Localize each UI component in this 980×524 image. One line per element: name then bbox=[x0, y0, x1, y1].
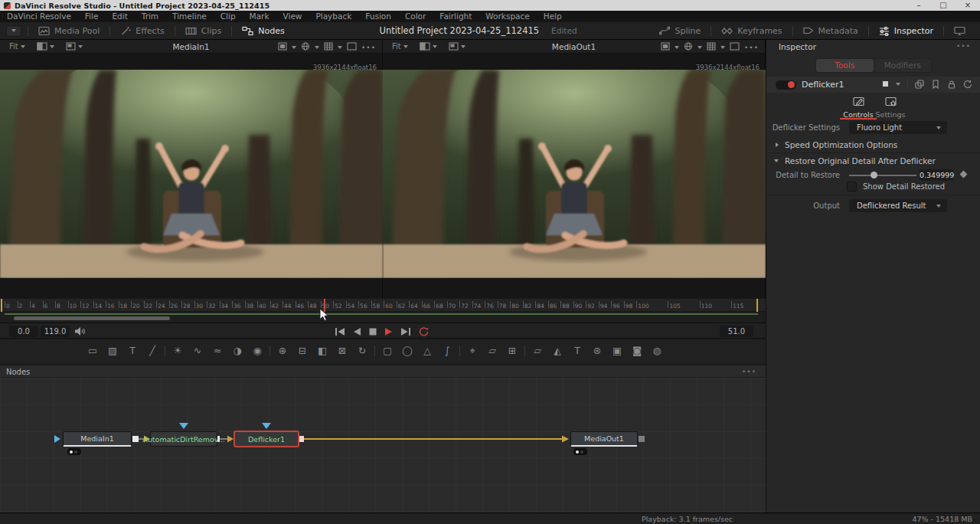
guides-dropdown[interactable] bbox=[324, 42, 333, 52]
tool-background-icon[interactable]: ▭ bbox=[83, 343, 103, 359]
metadata-button[interactable]: Metadata bbox=[793, 22, 868, 39]
menu-help[interactable]: Help bbox=[537, 11, 569, 22]
menu-timeline[interactable]: Timeline bbox=[165, 11, 214, 22]
menu-color[interactable]: Color bbox=[398, 11, 433, 22]
speed-optimization-section[interactable]: Speed Optimization Options bbox=[766, 139, 980, 152]
show-detail-checkbox[interactable] bbox=[847, 182, 857, 192]
detail-slider[interactable] bbox=[849, 175, 916, 176]
guides-dropdown[interactable] bbox=[707, 42, 716, 52]
range-in-marker[interactable] bbox=[1, 299, 2, 312]
play-button[interactable] bbox=[384, 327, 394, 336]
menu-davinci-resolve[interactable]: DaVinci Resolve bbox=[0, 11, 78, 22]
menu-fairlight[interactable]: Fairlight bbox=[433, 11, 479, 22]
spline-button[interactable]: Spline bbox=[649, 22, 710, 39]
output-dropdown[interactable]: Deflickered Result bbox=[849, 199, 947, 212]
deflicker-settings-dropdown[interactable]: Fluoro Light bbox=[849, 121, 947, 134]
menu-workspace[interactable]: Workspace bbox=[479, 11, 536, 22]
stop-button[interactable] bbox=[368, 327, 377, 336]
menu-playback[interactable]: Playback bbox=[309, 11, 358, 22]
lock-icon[interactable] bbox=[947, 80, 956, 89]
tool-bspline-mask-icon[interactable]: ∫ bbox=[437, 343, 457, 359]
channel-dropdown[interactable] bbox=[661, 42, 670, 52]
inspector-options-button[interactable]: ••• bbox=[956, 42, 971, 50]
media-out-version-badge[interactable] bbox=[573, 448, 587, 455]
play-reverse-button[interactable] bbox=[352, 327, 361, 336]
timeline-scrollbar[interactable] bbox=[14, 316, 170, 320]
node-color-swatch[interactable] bbox=[882, 80, 889, 87]
restore-detail-section[interactable]: Restore Original Detail After Deflicker bbox=[766, 156, 980, 168]
node-automatic-dirt-removal[interactable]: AutomaticDirtRemov... bbox=[150, 431, 217, 447]
menu-mark[interactable]: Mark bbox=[243, 11, 276, 22]
tool-color-curves-icon[interactable]: ∿ bbox=[188, 343, 207, 359]
maximize-button[interactable]: □ bbox=[931, 0, 956, 11]
time-ruler[interactable]: 0246810121416182022242628303234363840424… bbox=[0, 299, 766, 323]
node-media-out[interactable]: MediaOut1 bbox=[570, 431, 638, 447]
tool-image-plane-3d-icon[interactable]: ▱ bbox=[528, 343, 547, 359]
tool-blur-icon[interactable]: ◉ bbox=[247, 343, 267, 359]
keyframe-icon[interactable] bbox=[960, 171, 968, 178]
lut-dropdown[interactable] bbox=[301, 42, 310, 52]
tool-shape-3d-icon[interactable]: ◭ bbox=[547, 343, 567, 359]
tool-tracker-icon[interactable]: ⌖ bbox=[462, 343, 482, 359]
nodes-options-button[interactable]: ••• bbox=[742, 368, 756, 375]
tool-camera-3d-icon[interactable]: ◙ bbox=[627, 343, 647, 359]
tool-hue-curves-icon[interactable]: ≈ bbox=[207, 343, 227, 359]
tool-merge-3d-icon[interactable]: ⊛ bbox=[587, 343, 607, 359]
copy-settings-icon[interactable] bbox=[915, 80, 924, 89]
viewer-options-button[interactable]: ••• bbox=[744, 44, 759, 51]
nodes-button[interactable]: Nodes bbox=[232, 22, 294, 39]
tool-camera-tracker-icon[interactable]: ⊞ bbox=[502, 343, 522, 359]
keyframes-button[interactable]: Keyframes bbox=[711, 22, 792, 39]
go-to-start-button[interactable] bbox=[335, 327, 345, 336]
tool-merge-icon[interactable]: ⊕ bbox=[273, 343, 292, 359]
subtab-settings[interactable]: Settings bbox=[867, 95, 913, 119]
reset-icon[interactable] bbox=[963, 80, 972, 89]
tool-matte-control-icon[interactable]: ◧ bbox=[312, 343, 332, 359]
tool-transform-icon[interactable]: ↻ bbox=[352, 343, 372, 359]
audio-mute-icon[interactable] bbox=[74, 326, 85, 336]
viewer-options-button[interactable]: ••• bbox=[361, 44, 376, 51]
media-pool-button[interactable]: Media Pool bbox=[28, 22, 109, 39]
expand-viewer-button[interactable] bbox=[347, 42, 357, 52]
interface-toggle-button[interactable] bbox=[6, 25, 21, 37]
menu-fusion[interactable]: Fusion bbox=[358, 11, 398, 22]
tool-renderer-3d-icon[interactable]: ◍ bbox=[647, 343, 667, 359]
tool-fast-noise-icon[interactable]: ▨ bbox=[103, 343, 122, 359]
detail-slider-handle[interactable] bbox=[871, 172, 877, 178]
lut-dropdown[interactable] bbox=[684, 42, 693, 52]
tool-planar-tracker-icon[interactable]: ▱ bbox=[482, 343, 502, 359]
tool-text-plus-icon[interactable]: T bbox=[122, 343, 142, 359]
detail-value-field[interactable]: 0.349999 bbox=[920, 169, 953, 181]
menu-view[interactable]: View bbox=[276, 11, 309, 22]
node-deflicker[interactable]: Deflicker1 bbox=[234, 431, 299, 447]
tool-cube-3d-icon[interactable]: ▣ bbox=[607, 343, 627, 359]
expand-viewer-button[interactable] bbox=[730, 42, 740, 52]
effects-button[interactable]: Effects bbox=[110, 22, 174, 39]
clips-button[interactable]: Clips bbox=[175, 22, 232, 39]
tool-ellipse-mask-icon[interactable]: ◯ bbox=[397, 343, 417, 359]
minimize-button[interactable]: – bbox=[906, 0, 931, 11]
go-to-end-button[interactable] bbox=[400, 327, 411, 336]
range-out-field[interactable]: 119.0 bbox=[41, 326, 70, 337]
range-out-marker[interactable] bbox=[756, 299, 758, 312]
tool-text-3d-icon[interactable]: T bbox=[567, 343, 587, 359]
close-button[interactable]: × bbox=[956, 0, 980, 11]
loop-button[interactable] bbox=[418, 326, 430, 336]
node-enable-toggle[interactable] bbox=[776, 80, 796, 90]
node-media-in[interactable]: MediaIn1 bbox=[63, 431, 132, 447]
tool-dissolve-icon[interactable]: ⊟ bbox=[292, 343, 312, 359]
tool-rectangle-mask-icon[interactable]: ▢ bbox=[377, 343, 397, 359]
node-graph[interactable]: MediaIn1 AutomaticDirtRemov... Deflicker… bbox=[0, 378, 766, 513]
tab-tools[interactable]: Tools bbox=[816, 59, 874, 72]
tool-paint-icon[interactable]: ╱ bbox=[142, 343, 162, 359]
tab-modifiers[interactable]: Modifiers bbox=[874, 59, 932, 72]
channel-dropdown[interactable] bbox=[278, 42, 287, 52]
media-in-version-badge[interactable] bbox=[67, 448, 81, 455]
menu-file[interactable]: File bbox=[78, 11, 106, 22]
current-frame-field[interactable]: 51.0 bbox=[720, 326, 753, 337]
tool-color-corrector-icon[interactable]: ☀ bbox=[168, 343, 188, 359]
menu-edit[interactable]: Edit bbox=[105, 11, 134, 22]
ruler-band[interactable]: 0246810121416182022242628303234363840424… bbox=[0, 299, 766, 312]
pin-icon[interactable] bbox=[931, 80, 940, 89]
menu-clip[interactable]: Clip bbox=[214, 11, 243, 22]
